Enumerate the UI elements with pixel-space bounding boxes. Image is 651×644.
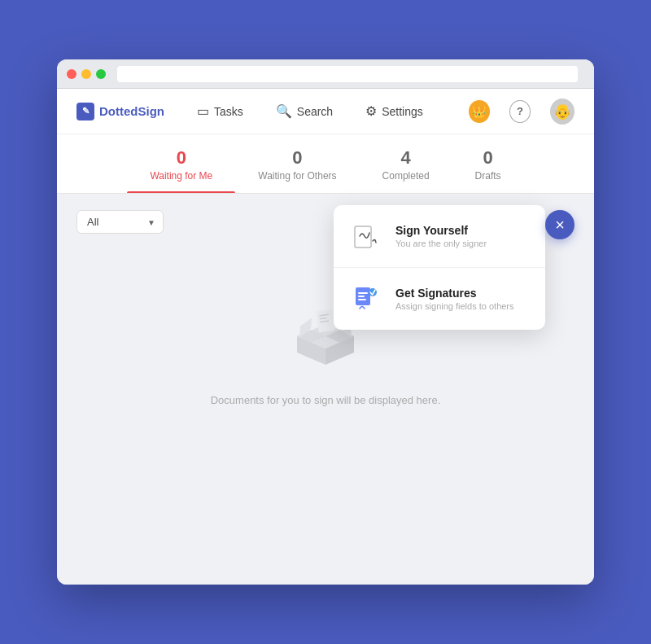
avatar[interactable]: 👴 [550, 99, 575, 125]
settings-label: Settings [382, 105, 423, 118]
maximize-button[interactable] [96, 69, 106, 79]
logo-sign: Sign [138, 104, 165, 118]
get-signatures-title: Get Signatures [395, 287, 514, 300]
crown-badge: 👑 [469, 100, 490, 123]
sign-yourself-icon [348, 218, 384, 254]
logo-dotted: Dotted [99, 104, 138, 118]
gear-icon: ⚙ [365, 103, 377, 119]
filter-wrap: All Pending Completed ▼ [76, 210, 164, 234]
main-content: All Pending Completed ▼ × [57, 194, 594, 585]
get-signatures-text: Get Signatures Assign signing fields to … [395, 287, 514, 311]
search-nav-item[interactable]: 🔍 Search [269, 100, 339, 122]
settings-nav-item[interactable]: ⚙ Settings [359, 100, 430, 122]
svg-rect-2 [358, 292, 368, 294]
titlebar [57, 59, 594, 89]
address-bar[interactable] [117, 66, 578, 82]
filter-select[interactable]: All Pending Completed [76, 210, 164, 234]
close-icon: × [555, 216, 565, 234]
search-icon: 🔍 [276, 103, 292, 119]
tabs-section: 0 Waiting for Me 0 Waiting for Others 4 … [57, 134, 594, 194]
tab-label-drafts: Drafts [475, 170, 501, 182]
sign-yourself-text: Sign Yourself You are the only signer [395, 224, 487, 248]
svg-rect-3 [358, 296, 365, 297]
close-button[interactable] [67, 69, 76, 79]
sign-yourself-subtitle: You are the only signer [395, 239, 487, 248]
tab-count-drafts: 0 [475, 147, 501, 169]
minimize-button[interactable] [81, 69, 91, 79]
tasks-label: Tasks [214, 105, 243, 118]
svg-rect-4 [358, 299, 366, 300]
tab-count-waiting-me: 0 [150, 147, 212, 169]
empty-state-text: Documents for you to sign will be displa… [211, 394, 441, 406]
app-window: ✎ DottedSign ▭ Tasks 🔍 Search ⚙ Settings… [57, 59, 594, 585]
tab-label-completed: Completed [382, 170, 430, 182]
svg-rect-13 [316, 309, 334, 333]
fab-close-button[interactable]: × [545, 210, 575, 239]
tab-waiting-others[interactable]: 0 Waiting for Others [235, 144, 359, 193]
action-dropdown: Sign Yourself You are the only signer [334, 205, 545, 330]
search-label: Search [297, 105, 333, 118]
help-button[interactable]: ? [509, 100, 531, 123]
tab-drafts[interactable]: 0 Drafts [452, 144, 524, 193]
svg-rect-0 [355, 226, 371, 248]
tab-completed[interactable]: 4 Completed [360, 144, 452, 193]
tasks-icon: ▭ [197, 103, 209, 119]
tab-count-waiting-others: 0 [258, 147, 336, 169]
tab-label-waiting-others: Waiting for Others [258, 170, 336, 182]
navbar: ✎ DottedSign ▭ Tasks 🔍 Search ⚙ Settings… [57, 89, 594, 134]
tab-label-waiting-me: Waiting for Me [150, 170, 212, 182]
tab-count-completed: 4 [382, 147, 430, 169]
get-signatures-icon [348, 281, 384, 317]
get-signatures-item[interactable]: Get Signatures Assign signing fields to … [334, 268, 545, 330]
logo-text: DottedSign [99, 104, 164, 118]
get-signatures-icon-wrap [348, 281, 384, 317]
logo-icon: ✎ [76, 103, 94, 120]
sign-yourself-item[interactable]: Sign Yourself You are the only signer [334, 205, 545, 268]
get-signatures-subtitle: Assign signing fields to others [395, 301, 514, 311]
sign-yourself-title: Sign Yourself [395, 224, 487, 237]
tab-waiting-for-me[interactable]: 0 Waiting for Me [127, 144, 235, 193]
tasks-nav-item[interactable]: ▭ Tasks [190, 100, 250, 122]
sign-yourself-icon-wrap [348, 218, 384, 254]
logo: ✎ DottedSign [76, 103, 164, 120]
